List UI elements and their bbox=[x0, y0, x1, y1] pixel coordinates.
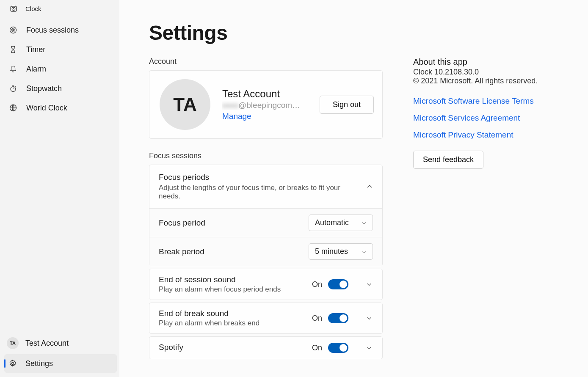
sidebar-account-label: Test Account bbox=[25, 339, 69, 348]
signout-button[interactable]: Sign out bbox=[320, 96, 374, 114]
end-session-state: On bbox=[312, 280, 322, 289]
svg-point-9 bbox=[12, 363, 14, 365]
account-section-heading: Account bbox=[149, 57, 383, 66]
spotify-title: Spotify bbox=[159, 343, 312, 352]
account-email: xxxx@bleepingcom… bbox=[222, 101, 307, 110]
sidebar-settings-label: Settings bbox=[25, 359, 53, 368]
account-name: Test Account bbox=[222, 88, 308, 100]
spotify-toggle[interactable] bbox=[328, 343, 348, 353]
end-break-sound-card[interactable]: End of break sound Play an alarm when br… bbox=[149, 303, 383, 334]
break-period-value: 5 minutes bbox=[315, 247, 348, 256]
sidebar-item-settings[interactable]: Settings bbox=[4, 354, 117, 373]
focus-periods-desc: Adjust the lengths of your focus time, o… bbox=[159, 184, 345, 201]
end-break-toggle[interactable] bbox=[328, 313, 348, 323]
sidebar-item-stopwatch[interactable]: Stopwatch bbox=[4, 80, 118, 97]
end-break-title: End of break sound bbox=[159, 309, 312, 318]
focus-periods-expander[interactable]: Focus periods Adjust the lengths of your… bbox=[149, 165, 383, 266]
target-icon bbox=[8, 25, 18, 35]
gear-icon bbox=[7, 359, 19, 368]
globe-icon bbox=[8, 103, 18, 113]
app-title: Clock bbox=[25, 5, 41, 12]
sidebar-item-alarm[interactable]: Alarm bbox=[4, 60, 118, 78]
spotify-state: On bbox=[312, 344, 322, 352]
account-card: TA Test Account xxxx@bleepingcom… Manage… bbox=[149, 70, 383, 139]
sidebar-item-world-clock[interactable]: World Clock bbox=[4, 99, 118, 117]
sidebar-item-timer[interactable]: Timer bbox=[4, 41, 118, 58]
license-terms-link[interactable]: Microsoft Software License Terms bbox=[413, 96, 566, 106]
focus-period-value: Automatic bbox=[315, 218, 349, 227]
sidebar-item-label: Alarm bbox=[26, 65, 46, 74]
chevron-up-icon bbox=[366, 183, 373, 190]
chevron-down-icon bbox=[366, 315, 373, 321]
break-period-dropdown[interactable]: 5 minutes bbox=[309, 243, 373, 260]
stopwatch-icon bbox=[8, 84, 18, 93]
about-heading: About this app bbox=[413, 57, 566, 67]
privacy-statement-link[interactable]: Microsoft Privacy Statement bbox=[413, 130, 566, 140]
about-copyright: © 2021 Microsoft. All rights reserved. bbox=[413, 77, 566, 85]
focus-period-label: Focus period bbox=[159, 218, 205, 228]
break-period-label: Break period bbox=[159, 247, 204, 256]
services-agreement-link[interactable]: Microsoft Services Agreement bbox=[413, 113, 566, 123]
sidebar-item-label: World Clock bbox=[26, 104, 67, 113]
end-session-sound-card[interactable]: End of session sound Play an alarm when … bbox=[149, 269, 383, 300]
end-session-title: End of session sound bbox=[159, 275, 312, 284]
spotify-card[interactable]: Spotify On bbox=[149, 336, 383, 359]
page-title: Settings bbox=[149, 21, 576, 44]
end-session-toggle[interactable] bbox=[328, 279, 348, 289]
avatar: TA bbox=[160, 79, 210, 130]
focus-periods-title: Focus periods bbox=[159, 173, 345, 182]
focus-period-row: Focus period Automatic bbox=[149, 208, 382, 237]
chevron-down-icon bbox=[366, 281, 373, 287]
end-session-desc: Play an alarm when focus period ends bbox=[159, 285, 312, 294]
sidebar: Focus sessions Timer Alarm Stopwatch Wor… bbox=[0, 17, 119, 377]
sidebar-item-label: Focus sessions bbox=[26, 26, 79, 35]
focus-period-dropdown[interactable]: Automatic bbox=[309, 215, 373, 231]
main-content: Settings Account TA Test Account xxxx@bl… bbox=[119, 0, 588, 377]
chevron-down-icon bbox=[366, 345, 373, 351]
svg-point-6 bbox=[13, 30, 14, 31]
about-section: About this app Clock 10.2108.30.0 © 2021… bbox=[413, 57, 566, 359]
bell-icon bbox=[8, 64, 18, 74]
sidebar-item-label: Stopwatch bbox=[26, 84, 62, 93]
focus-section-heading: Focus sessions bbox=[149, 151, 383, 160]
about-version: Clock 10.2108.30.0 bbox=[413, 68, 566, 77]
sidebar-item-label: Timer bbox=[26, 45, 45, 54]
end-break-state: On bbox=[312, 314, 322, 323]
end-break-desc: Play an alarm when breaks end bbox=[159, 319, 312, 327]
hourglass-icon bbox=[8, 45, 18, 54]
send-feedback-button[interactable]: Send feedback bbox=[413, 151, 483, 169]
clock-app-icon bbox=[9, 4, 18, 13]
chevron-down-icon bbox=[362, 220, 367, 226]
avatar-small: TA bbox=[7, 337, 19, 349]
break-period-row: Break period 5 minutes bbox=[149, 237, 382, 266]
sidebar-account-item[interactable]: TA Test Account bbox=[4, 334, 117, 352]
manage-link[interactable]: Manage bbox=[222, 112, 251, 121]
chevron-down-icon bbox=[362, 249, 367, 254]
sidebar-item-focus-sessions[interactable]: Focus sessions bbox=[4, 21, 118, 39]
